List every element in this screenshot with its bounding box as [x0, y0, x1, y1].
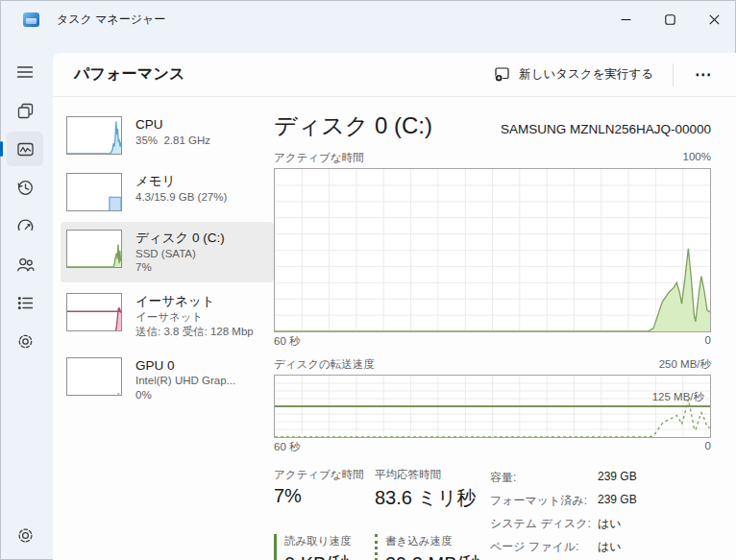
selected-accent-pill: [0, 141, 3, 157]
hamburger-menu-icon: [15, 62, 35, 82]
gpu-sparkline: [66, 357, 122, 396]
users-icon: [15, 255, 36, 275]
chart1-x-left: 60 秒: [274, 334, 301, 349]
prop-page-file: ページ ファイル: はい: [490, 539, 711, 555]
sidebar-item-settings[interactable]: [7, 518, 43, 552]
minimize-icon: [621, 14, 631, 25]
cpu-sparkline: [66, 116, 122, 155]
minimize-button[interactable]: [603, 0, 648, 38]
perf-item-title: イーサネット: [135, 293, 254, 310]
chart2-max-label: 250 MB/秒: [659, 357, 711, 372]
app-history-icon: [15, 178, 36, 198]
perf-item-title: ディスク 0 (C:): [135, 230, 225, 247]
prop-capacity: 容量: 239 GB: [490, 470, 711, 486]
chart2-label: ディスクの転送速度: [274, 357, 375, 372]
chart2-mid-label: 125 MB/秒: [652, 390, 704, 404]
processes-icon: [15, 101, 36, 121]
perf-item-detail: 7%: [135, 260, 225, 275]
stat-write-speed: 書き込み速度 29.2 MB/秒: [375, 534, 490, 560]
disk-detail-panel: ディスク 0 (C:) SAMSUNG MZNLN256HAJQ-00000 ア…: [274, 109, 711, 560]
active-time-chart[interactable]: [274, 168, 711, 332]
header-divider: [673, 63, 674, 86]
perf-item-detail: 35% 2.81 GHz: [135, 134, 210, 148]
memory-sparkline: [66, 173, 122, 211]
stat-active-time: アクティブな時間 7%: [274, 468, 375, 520]
titlebar: タスク マネージャー: [0, 0, 736, 38]
task-manager-app-icon: [23, 12, 39, 27]
performance-content: CPU 35% 2.81 GHz メモリ 4.3/15.9 GB (27%) デ…: [53, 97, 736, 560]
sidebar-item-startup-apps[interactable]: [7, 208, 43, 243]
perf-item-disk0[interactable]: ディスク 0 (C:) SSD (SATA) 7%: [61, 222, 274, 282]
window-title: タスク マネージャー: [57, 12, 165, 28]
close-button[interactable]: [692, 0, 736, 38]
maximize-button[interactable]: [648, 0, 692, 38]
perf-item-detail: Intel(R) UHD Grap...: [135, 374, 235, 388]
page-header: パフォーマンス 新しいタスクを実行する ⋯: [53, 53, 736, 97]
perf-item-detail: イーサネット: [135, 310, 254, 325]
sidebar-item-processes[interactable]: [7, 93, 43, 128]
chart1-x-right: 0: [705, 334, 711, 349]
perf-item-title: GPU 0: [135, 357, 235, 375]
maximize-icon: [665, 14, 675, 25]
transfer-rate-chart[interactable]: 125 MB/秒: [274, 375, 711, 438]
perf-item-cpu[interactable]: CPU 35% 2.81 GHz: [61, 109, 274, 162]
detail-title: ディスク 0 (C:): [274, 110, 432, 141]
navigation-menu-button[interactable]: [7, 55, 43, 89]
services-icon: [15, 331, 36, 352]
perf-item-ethernet[interactable]: イーサネット イーサネット 送信: 3.8 受信: 128 Mbp: [61, 285, 274, 346]
disk-sparkline: [66, 230, 122, 268]
stat-read-speed: 読み取り速度 0 KB/秒: [274, 534, 375, 560]
chart2-x-right: 0: [705, 440, 711, 454]
sidebar-item-performance[interactable]: [7, 132, 43, 166]
perf-item-detail: 送信: 3.8 受信: 128 Mbp: [135, 325, 254, 339]
chart2-x-left: 60 秒: [274, 440, 301, 454]
window-controls: [603, 0, 736, 38]
perf-item-detail: 0%: [135, 388, 235, 402]
perf-item-detail: 4.3/15.9 GB (27%): [135, 190, 227, 205]
performance-icon: [15, 139, 36, 159]
prop-formatted: フォーマット済み: 239 GB: [490, 493, 711, 509]
sidebar: [0, 38, 53, 560]
settings-gear-icon: [15, 525, 36, 546]
sidebar-item-details[interactable]: [7, 285, 43, 320]
sidebar-item-app-history[interactable]: [7, 170, 43, 205]
startup-apps-icon: [15, 216, 36, 236]
perf-item-title: CPU: [135, 116, 210, 134]
more-options-button[interactable]: ⋯: [683, 61, 723, 88]
page-title: パフォーマンス: [74, 64, 185, 85]
chart1-max-label: 100%: [683, 151, 711, 165]
prop-system-disk: システム ディスク: はい: [490, 516, 711, 532]
performance-list: CPU 35% 2.81 GHz メモリ 4.3/15.9 GB (27%) デ…: [61, 109, 274, 560]
disk-stats: アクティブな時間 7% 平均応答時間 83.6 ミリ秒 読み取り速度 0 KB/…: [274, 468, 711, 560]
ethernet-sparkline: [66, 293, 122, 331]
close-icon: [709, 14, 720, 25]
sidebar-item-services[interactable]: [7, 324, 43, 358]
task-manager-window: { "window": { "title": "タスク マネージャー" }, "…: [0, 0, 736, 560]
new-task-icon: [494, 66, 510, 83]
disk-properties: 容量: 239 GB フォーマット済み: 239 GB システム ディスク: は…: [490, 468, 711, 560]
perf-item-memory[interactable]: メモリ 4.3/15.9 GB (27%): [61, 165, 274, 219]
device-model: SAMSUNG MZNLN256HAJQ-00000: [501, 122, 711, 136]
sidebar-item-users[interactable]: [7, 247, 43, 281]
details-icon: [15, 293, 36, 313]
run-new-task-label: 新しいタスクを実行する: [519, 66, 653, 83]
stat-avg-response-time: 平均応答時間 83.6 ミリ秒: [375, 468, 490, 520]
perf-item-gpu0[interactable]: GPU 0 Intel(R) UHD Grap... 0%: [61, 350, 274, 410]
chart1-label: アクティブな時間: [274, 151, 364, 165]
main-panel: パフォーマンス 新しいタスクを実行する ⋯ CPU: [53, 53, 736, 560]
run-new-task-button[interactable]: 新しいタスクを実行する: [484, 60, 663, 89]
perf-item-detail: SSD (SATA): [135, 247, 225, 261]
perf-item-title: メモリ: [135, 173, 227, 190]
